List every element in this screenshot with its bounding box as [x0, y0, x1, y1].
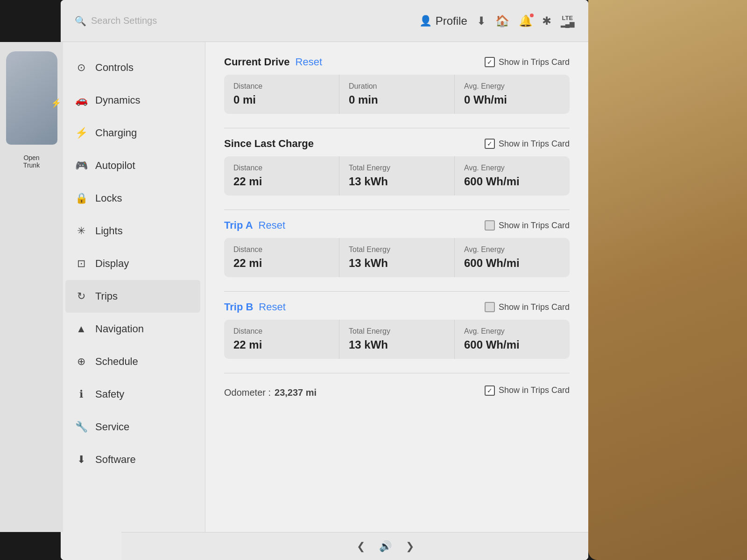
download-icon[interactable]: ⬇	[477, 14, 486, 28]
since-last-charge-label: Since Last Charge	[224, 138, 314, 150]
slc-avg-energy-value: 600 Wh/mi	[464, 175, 560, 188]
trips-icon: ↻	[75, 290, 88, 302]
trip-a-total-energy-value: 13 kWh	[349, 257, 445, 270]
distance-label: Distance	[233, 82, 330, 91]
car-image: ⚡	[6, 51, 57, 145]
sidebar-item-dynamics[interactable]: 🚗 Dynamics	[61, 84, 205, 117]
sidebar-item-label: Trips	[95, 290, 118, 302]
sidebar-item-service[interactable]: 🔧 Service	[61, 411, 205, 443]
bottom-bar: ❮ 🔊 ❯	[121, 532, 588, 560]
avg-energy-value: 0 Wh/mi	[464, 93, 560, 106]
trip-a-avg-energy-label: Avg. Energy	[464, 245, 560, 254]
sidebar-item-label: Service	[95, 421, 129, 433]
divider-3	[224, 291, 570, 292]
trip-b-distance-value: 22 mi	[233, 338, 330, 351]
lightning-icon: ⚡	[51, 98, 61, 108]
current-drive-show-trips[interactable]: ✓ Show in Trips Card	[485, 57, 570, 67]
trip-a-total-energy-label: Total Energy	[349, 245, 445, 254]
slc-distance-label: Distance	[233, 164, 330, 172]
slc-total-energy-label: Total Energy	[349, 164, 445, 172]
current-drive-avg-energy: Avg. Energy 0 Wh/mi	[455, 75, 570, 114]
chevron-left-icon[interactable]: ❮	[357, 540, 365, 553]
sidebar-item-display[interactable]: ⊡ Display	[61, 247, 205, 280]
display-icon: ⊡	[75, 258, 88, 270]
trip-a-show-trips-label: Show in Trips Card	[499, 221, 570, 231]
profile-icon: 👤	[419, 15, 432, 27]
sidebar-item-label: Autopilot	[95, 160, 135, 172]
current-drive-reset[interactable]: Reset	[296, 56, 322, 68]
notification-dot	[530, 14, 534, 17]
duration-value: 0 min	[349, 93, 445, 106]
sidebar-item-label: Locks	[95, 192, 122, 204]
trip-a-avg-energy: Avg. Energy 600 Wh/mi	[455, 238, 570, 277]
since-last-charge-checkbox[interactable]: ✓	[485, 139, 495, 149]
current-drive-distance: Distance 0 mi	[224, 75, 339, 114]
sidebar-item-controls[interactable]: ⊙ Controls	[61, 51, 205, 84]
trip-a-section: Trip A Reset Show in Trips Card Distance…	[224, 219, 570, 277]
software-icon: ⬇	[75, 454, 88, 466]
odometer-row: Odometer : 23,237 mi	[224, 387, 317, 398]
trip-a-distance-value: 22 mi	[233, 257, 330, 270]
speaker-icon[interactable]: 🔊	[379, 540, 392, 553]
sidebar-item-navigation[interactable]: ▲ Navigation	[61, 313, 205, 345]
trip-a-total-energy: Total Energy 13 kWh	[339, 238, 455, 277]
content-area: ⊙ Controls 🚗 Dynamics ⚡ Charging 🎮 Autop…	[61, 42, 588, 560]
duration-label: Duration	[349, 82, 445, 91]
odometer-checkbox[interactable]: ✓	[485, 385, 495, 396]
since-last-charge-show-trips-label: Show in Trips Card	[499, 139, 570, 149]
signal-bars: ▂▄▆	[561, 21, 574, 27]
trip-b-avg-energy-value: 600 Wh/mi	[464, 338, 560, 351]
sidebar-item-charging[interactable]: ⚡ Charging	[61, 117, 205, 149]
odometer-label: Odometer :	[224, 387, 271, 398]
trip-a-distance-label: Distance	[233, 245, 330, 254]
odometer-show-trips[interactable]: ✓ Show in Trips Card	[485, 385, 570, 396]
sidebar-item-schedule[interactable]: ⊕ Schedule	[61, 345, 205, 378]
trip-b-checkbox[interactable]	[485, 302, 495, 312]
search-area[interactable]: 🔍 Search Settings	[75, 15, 410, 27]
sidebar-item-safety[interactable]: ℹ Safety	[61, 378, 205, 411]
trip-a-show-trips[interactable]: Show in Trips Card	[485, 220, 570, 231]
sidebar-item-label: Display	[95, 258, 129, 270]
chevron-right-icon[interactable]: ❯	[406, 540, 414, 553]
trip-a-reset[interactable]: Reset	[259, 219, 285, 231]
trip-b-section: Trip B Reset Show in Trips Card Distance…	[224, 301, 570, 359]
trip-b-distance-label: Distance	[233, 327, 330, 336]
trip-a-stats: Distance 22 mi Total Energy 13 kWh Avg. …	[224, 238, 570, 277]
current-drive-duration: Duration 0 min	[339, 75, 455, 114]
lights-icon: ✳	[75, 225, 88, 237]
trip-b-total-energy: Total Energy 13 kWh	[339, 320, 455, 359]
current-drive-checkbox[interactable]: ✓	[485, 57, 495, 67]
slc-distance-value: 22 mi	[233, 175, 330, 188]
divider-1	[224, 128, 570, 128]
sidebar-item-lights[interactable]: ✳ Lights	[61, 215, 205, 247]
trip-b-show-trips[interactable]: Show in Trips Card	[485, 302, 570, 312]
sidebar-item-autopilot[interactable]: 🎮 Autopilot	[61, 149, 205, 182]
trip-b-label: Trip B	[224, 301, 253, 313]
avg-energy-label: Avg. Energy	[464, 82, 560, 91]
sidebar-item-label: Software	[95, 454, 136, 466]
slc-total-energy-value: 13 kWh	[349, 175, 445, 188]
slc-total-energy: Total Energy 13 kWh	[339, 156, 455, 196]
sidebar-item-software[interactable]: ⬇ Software	[61, 443, 205, 476]
controls-icon: ⊙	[75, 62, 88, 74]
trip-a-checkbox[interactable]	[485, 220, 495, 231]
car-panel: ⚡ Open Trunk	[0, 42, 63, 532]
trip-b-title: Trip B Reset	[224, 301, 286, 313]
since-last-charge-show-trips[interactable]: ✓ Show in Trips Card	[485, 139, 570, 149]
home-icon[interactable]: 🏠	[495, 14, 509, 28]
open-trunk-label[interactable]: Open Trunk	[23, 154, 40, 169]
safety-icon: ℹ	[75, 388, 88, 400]
bluetooth-icon[interactable]: ✱	[542, 14, 551, 28]
since-last-charge-section: Since Last Charge ✓ Show in Trips Card D…	[224, 138, 570, 196]
sidebar-item-trips[interactable]: ↻ Trips	[65, 280, 200, 313]
sidebar-item-locks[interactable]: 🔒 Locks	[61, 182, 205, 215]
current-drive-label: Current Drive	[224, 56, 290, 68]
lte-label: LTE	[562, 15, 573, 21]
bell-icon[interactable]: 🔔	[519, 14, 533, 28]
top-right-icons: 👤 Profile ⬇ 🏠 🔔 ✱ LTE ▂▄▆	[419, 14, 574, 28]
profile-section[interactable]: 👤 Profile	[419, 14, 467, 28]
current-drive-section: Current Drive Reset ✓ Show in Trips Card…	[224, 56, 570, 114]
current-drive-show-trips-label: Show in Trips Card	[499, 57, 570, 67]
wood-panel	[588, 0, 747, 560]
trip-b-reset[interactable]: Reset	[259, 301, 285, 313]
